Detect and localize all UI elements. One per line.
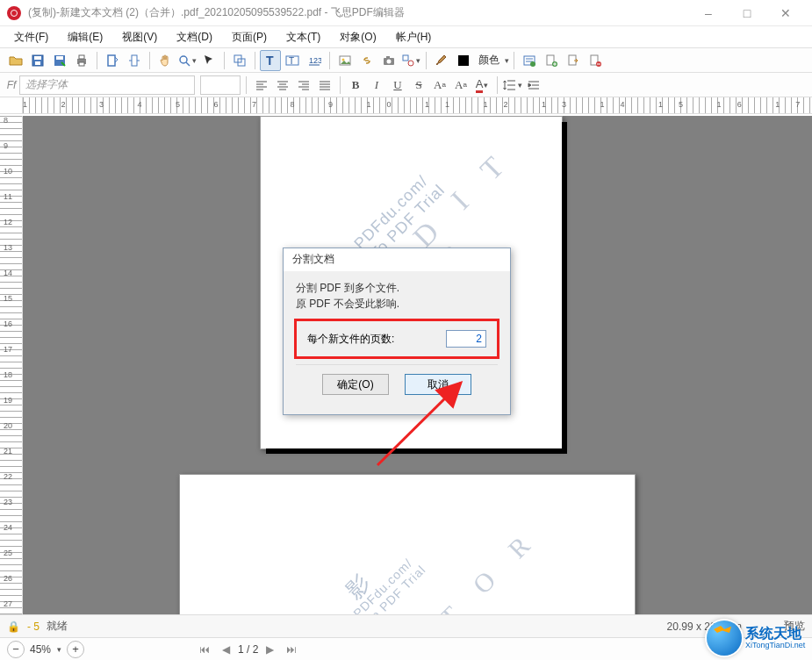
menu-text[interactable]: 文本(T) <box>277 27 329 47</box>
zoom-out-button[interactable]: − <box>7 641 25 658</box>
page-fit-icon[interactable] <box>102 50 123 71</box>
strike-icon[interactable]: S <box>409 75 428 95</box>
subscript-icon[interactable]: Aa <box>451 75 471 95</box>
svg-rect-8 <box>108 55 115 66</box>
svg-rect-9 <box>132 55 137 66</box>
indent-icon[interactable] <box>524 75 543 95</box>
app-icon <box>7 6 21 20</box>
lock-badge: - 5 <box>27 621 40 633</box>
watermark-big-2: T O R <box>434 522 544 614</box>
pdf-page-2[interactable]: www.PDFdu.com/ Word To PDF Trial T O R 影 <box>179 474 636 614</box>
font-color-icon[interactable]: A▾ <box>472 75 492 95</box>
menu-edit[interactable]: 编辑(E) <box>59 27 111 47</box>
menu-view[interactable]: 视图(V) <box>113 27 166 47</box>
form-icon[interactable] <box>519 50 540 71</box>
page-first-icon[interactable]: ⏮ <box>195 643 214 656</box>
svg-rect-4 <box>56 56 63 60</box>
zoom-icon[interactable]: ▾ <box>176 50 198 71</box>
svg-point-23 <box>408 61 413 66</box>
lock-icon: 🔒 <box>7 621 20 633</box>
bold-icon[interactable]: B <box>346 75 365 95</box>
font-family-icon: Ff <box>5 79 18 91</box>
save-as-icon[interactable] <box>49 50 70 71</box>
align-right-icon[interactable] <box>294 75 313 95</box>
camera-icon[interactable] <box>378 50 399 71</box>
toolbar-format: Ff 选择字体 B I U S Aa Aa A▾ ▾ <box>0 72 812 97</box>
menubar: 文件(F) 编辑(E) 视图(V) 文档(D) 页面(P) 文本(T) 对象(O… <box>0 26 812 47</box>
svg-text:T: T <box>266 54 274 68</box>
logo-globe-icon <box>707 621 742 656</box>
toolbar-main: ▾ T T 123 ▾ 颜色▾ <box>0 47 812 72</box>
svg-rect-2 <box>35 61 40 65</box>
svg-point-26 <box>530 61 535 67</box>
page-indicator[interactable]: 1 / 2 <box>238 643 258 656</box>
page-delete-icon[interactable] <box>585 50 606 71</box>
menu-file[interactable]: 文件(F) <box>5 27 57 47</box>
zoom-level[interactable]: 45% <box>30 643 51 656</box>
page-add-icon[interactable] <box>541 50 562 71</box>
svg-point-10 <box>180 56 187 63</box>
close-button[interactable]: ✕ <box>766 0 805 26</box>
select-icon[interactable] <box>198 50 219 71</box>
ruler-vertical: 8910111213141516171819202122232425262701… <box>0 116 23 614</box>
pages-per-file-input[interactable] <box>446 330 486 348</box>
font-picker[interactable]: 选择字体 <box>19 75 195 95</box>
page-last-icon[interactable]: ⏭ <box>282 643 301 656</box>
menu-page[interactable]: 页面(P) <box>223 27 276 47</box>
menu-object[interactable]: 对象(O) <box>331 27 384 47</box>
svg-line-32 <box>377 383 461 465</box>
font-size-picker[interactable] <box>200 75 241 95</box>
svg-rect-1 <box>34 56 41 60</box>
svg-rect-24 <box>458 55 469 66</box>
underline-icon[interactable]: U <box>388 75 407 95</box>
window-controls: – □ ✕ <box>689 0 805 26</box>
maximize-button[interactable]: □ <box>728 0 766 26</box>
link-icon[interactable] <box>356 50 377 71</box>
color-dropdown-icon[interactable]: ▾ <box>505 56 509 65</box>
page-next-icon[interactable]: ▶ <box>262 643 278 656</box>
superscript-icon[interactable]: Aa <box>430 75 449 95</box>
align-left-icon[interactable] <box>252 75 271 95</box>
align-justify-icon[interactable] <box>315 75 334 95</box>
save-icon[interactable] <box>27 50 48 71</box>
page-width-icon[interactable] <box>124 50 145 71</box>
align-center-icon[interactable] <box>273 75 292 95</box>
svg-rect-7 <box>79 62 84 66</box>
italic-icon[interactable]: I <box>367 75 386 95</box>
statusbar-upper: 🔒 - 5 就绪 20.99 x 29.7 cm 预览 <box>0 614 812 637</box>
color-swatch-icon[interactable] <box>453 50 474 71</box>
edit-object-icon[interactable] <box>229 50 250 71</box>
line-spacing-icon[interactable]: ▾ <box>503 75 522 95</box>
annotation-arrow <box>369 369 509 477</box>
hand-icon[interactable] <box>154 50 176 71</box>
ruler-horizontal: 1 2 3 4 5 6 7 8 9 10 11 12 13 14 15 16 1… <box>0 97 812 114</box>
svg-rect-21 <box>386 56 390 58</box>
menu-account[interactable]: 帐户(H) <box>387 27 441 47</box>
svg-rect-6 <box>79 55 84 59</box>
pages-per-file-label: 每个新文件的页数: <box>307 332 394 347</box>
svg-text:T: T <box>289 56 294 66</box>
site-logo: 系统天地 XiTongTianDi.net <box>707 618 810 658</box>
titlebar: (复制)-新建文本文档 (2)（合并）.pdf_2021020509553952… <box>0 0 812 26</box>
page-prev-icon[interactable]: ◀ <box>218 643 234 656</box>
text-icon[interactable]: T <box>260 50 281 71</box>
image-icon[interactable] <box>334 50 356 71</box>
pager: ⏮ ◀ 1 / 2 ▶ ⏭ <box>195 643 301 656</box>
brush-icon[interactable] <box>431 50 452 71</box>
svg-text:123: 123 <box>309 56 321 65</box>
text-box-icon[interactable]: T <box>282 50 303 71</box>
zoom-in-button[interactable]: + <box>67 641 84 658</box>
menu-document[interactable]: 文档(D) <box>168 27 221 47</box>
dialog-highlight: 每个新文件的页数: <box>294 319 499 359</box>
dialog-title: 分割文档 <box>284 248 510 271</box>
text-line-icon[interactable]: 123 <box>304 50 325 71</box>
page-extract-icon[interactable] <box>563 50 584 71</box>
minimize-button[interactable]: – <box>689 0 728 26</box>
shapes-icon[interactable]: ▾ <box>400 50 421 71</box>
zoom-dropdown-icon[interactable]: ▾ <box>57 645 61 654</box>
svg-rect-22 <box>403 55 408 61</box>
status-ready: 就绪 <box>47 619 68 634</box>
open-icon[interactable] <box>5 50 26 71</box>
print-icon[interactable] <box>71 50 92 71</box>
logo-cn: 系统天地 <box>745 626 805 642</box>
